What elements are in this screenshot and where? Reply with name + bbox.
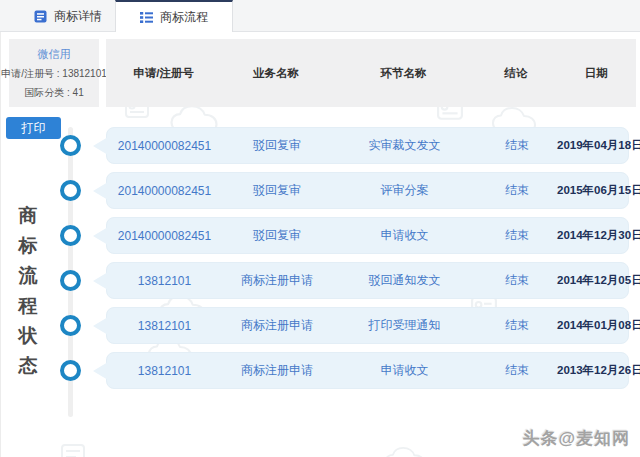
process-row: 13812101 商标注册申请 打印受理通知 结束 2014年01月08日	[106, 307, 629, 344]
bubble-tail	[93, 272, 108, 290]
tab-trademark-process[interactable]: 商标流程	[115, 0, 233, 33]
print-button[interactable]: 打印	[6, 117, 61, 139]
timeline-dot	[60, 360, 81, 381]
bubble-tail	[93, 182, 108, 200]
cell-step-name: 申请收文	[332, 227, 477, 244]
cell-date: 2019年04月18日	[557, 138, 640, 153]
bubble-tail	[93, 137, 108, 155]
timeline-dot	[60, 270, 81, 291]
content-area: 微信用 申请/注册号 : 13812101 国际分类 : 41 申请/注册号 业…	[0, 32, 640, 457]
cell-business-name: 驳回复审	[222, 137, 332, 154]
cell-step-name: 评审分案	[332, 182, 477, 199]
trademark-process-page: 商标详情 商标流程 微信用 申请/注册号 : 1381	[0, 0, 640, 457]
trademark-name: 微信用	[38, 47, 71, 62]
cell-business-name: 驳回复审	[222, 227, 332, 244]
cell-registration-number: 20140000082451	[107, 139, 222, 153]
header-step-name: 环节名称	[331, 66, 476, 81]
cell-business-name: 驳回复审	[222, 182, 332, 199]
timeline-dot	[60, 315, 81, 336]
site-watermark: 头条@麦知网	[522, 427, 630, 450]
timeline-dot	[60, 135, 81, 156]
document-icon	[34, 10, 47, 23]
tab-label: 商标详情	[54, 8, 102, 25]
tab-label: 商标流程	[160, 9, 208, 26]
timeline-dot	[60, 225, 81, 246]
process-row: 20140000082451 驳回复审 申请收文 结束 2014年12月30日	[106, 217, 629, 254]
cell-registration-number: 13812101	[107, 364, 222, 378]
bubble-tail	[93, 317, 108, 335]
process-row: 20140000082451 驳回复审 评审分案 结束 2015年06月15日	[106, 172, 629, 209]
trademark-info-panel: 微信用 申请/注册号 : 13812101 国际分类 : 41	[9, 39, 99, 107]
cell-conclusion: 结束	[477, 137, 557, 154]
header-business-name: 业务名称	[221, 66, 331, 81]
decor-cloud-shape	[379, 446, 431, 457]
bubble-tail	[93, 362, 108, 380]
cell-registration-number: 20140000082451	[107, 184, 222, 198]
cell-conclusion: 结束	[477, 227, 557, 244]
registration-number-line: 申请/注册号 : 13812101	[1, 67, 107, 81]
vertical-section-label: 商标流程状态	[15, 201, 41, 381]
process-row: 20140000082451 驳回复审 实审裁文发文 结束 2019年04月18…	[106, 127, 629, 164]
process-row: 13812101 商标注册申请 驳回通知发文 结束 2014年12月05日	[106, 262, 629, 299]
tab-trademark-details[interactable]: 商标详情	[20, 0, 116, 32]
cell-registration-number: 13812101	[107, 274, 222, 288]
bubble-tail	[93, 227, 108, 245]
cell-conclusion: 结束	[477, 182, 557, 199]
cell-business-name: 商标注册申请	[222, 272, 332, 289]
cell-date: 2014年12月30日	[557, 228, 640, 243]
list-icon	[140, 11, 153, 24]
cell-date: 2013年12月26日	[557, 363, 640, 378]
decor-card-shape	[61, 444, 85, 457]
cell-step-name: 驳回通知发文	[332, 272, 477, 289]
cell-conclusion: 结束	[477, 317, 557, 334]
cell-business-name: 商标注册申请	[222, 362, 332, 379]
timeline-dot	[60, 180, 81, 201]
header-date: 日期	[556, 66, 636, 81]
cell-date: 2015年06月15日	[557, 183, 640, 198]
header-conclusion: 结论	[476, 66, 556, 81]
header-registration-number: 申请/注册号	[106, 66, 221, 81]
cell-registration-number: 20140000082451	[107, 229, 222, 243]
cell-date: 2014年12月05日	[557, 273, 640, 288]
international-class-line: 国际分类 : 41	[24, 86, 83, 100]
cell-step-name: 实审裁文发文	[332, 137, 477, 154]
cell-conclusion: 结束	[477, 272, 557, 289]
cell-step-name: 打印受理通知	[332, 317, 477, 334]
cell-conclusion: 结束	[477, 362, 557, 379]
table-header: 申请/注册号 业务名称 环节名称 结论 日期	[106, 39, 636, 107]
cell-date: 2014年01月08日	[557, 318, 640, 333]
tab-bar: 商标详情 商标流程	[0, 0, 640, 32]
cell-business-name: 商标注册申请	[222, 317, 332, 334]
cell-step-name: 申请收文	[332, 362, 477, 379]
process-row: 13812101 商标注册申请 申请收文 结束 2013年12月26日	[106, 352, 629, 389]
cell-registration-number: 13812101	[107, 319, 222, 333]
